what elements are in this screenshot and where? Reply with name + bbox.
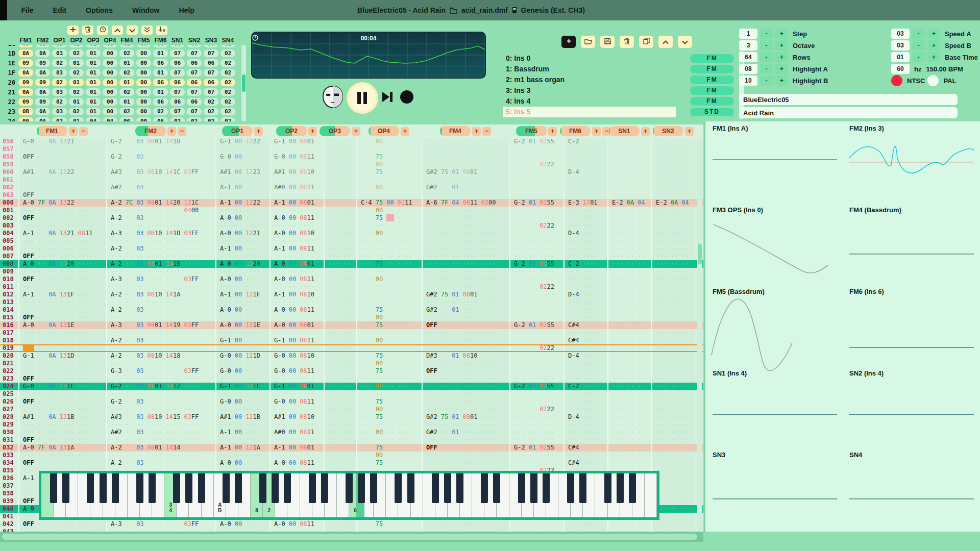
pattern-row[interactable]: 011·····································… [0, 283, 703, 291]
pause-button[interactable] [349, 85, 376, 111]
cell-fm4[interactable]: ··············· [422, 145, 509, 153]
cell-fm6[interactable]: ······· [564, 429, 607, 436]
cell-fm2[interactable]: G-2··030801141B···· [106, 138, 215, 145]
menu-window[interactable]: Window [122, 0, 169, 20]
matrix-cell[interactable]: 03 [51, 49, 68, 57]
cell-op4[interactable]: ···75······ [356, 352, 422, 360]
cell-op3[interactable]: ····· [324, 413, 356, 421]
cell-op3[interactable]: ····· [324, 268, 356, 276]
cell-op2[interactable]: A#1000810 [270, 168, 324, 176]
cell-fm5[interactable]: ········· [509, 314, 564, 321]
cell-fm5[interactable]: ·····0222 [509, 345, 564, 351]
matrix-cell[interactable]: 0A [34, 88, 51, 96]
matrix-cell[interactable]: 00 [102, 69, 118, 77]
cell-fm4[interactable]: ··············· [422, 528, 509, 532]
cell-sn1[interactable]: ······· [607, 237, 651, 245]
cell-fm1[interactable]: ··············· [18, 222, 106, 230]
cell-fm6[interactable]: ······· [564, 452, 607, 459]
channel-mute-button[interactable]: OP4 [369, 126, 399, 136]
cell-op1[interactable]: A-000···· [215, 214, 270, 222]
cell-fm2[interactable]: A#3··030810141503FF [106, 413, 215, 421]
cell-fm5[interactable]: ········· [509, 168, 564, 176]
cell-fm4[interactable]: ··············· [422, 207, 509, 214]
matrix-row[interactable]: 2009090201010001000606060602 [2, 78, 240, 87]
pattern-row[interactable]: 023OFF··································… [0, 375, 703, 383]
cell-sn1[interactable]: ······· [607, 375, 651, 383]
cell-fm5[interactable]: G-2010255 [509, 199, 564, 207]
matrix-cell[interactable]: 07 [169, 49, 186, 57]
pattern-row[interactable]: 000A-07F0A1322····A-27C0308011420121CA-1… [0, 199, 703, 207]
pattern-vscrollbar[interactable] [697, 138, 702, 531]
cell-op3[interactable]: ····· [324, 191, 356, 199]
cell-fm6[interactable]: ······· [564, 528, 607, 532]
channel-add-fx-button[interactable]: + [401, 127, 409, 136]
black-key[interactable] [136, 473, 143, 503]
pattern-row[interactable]: 033·····································… [0, 452, 703, 459]
cell-fm2[interactable]: ··················· [106, 191, 215, 199]
cell-sn2[interactable]: ······· [651, 298, 695, 306]
cell-sn2[interactable]: ······· [651, 329, 695, 337]
cell-sn1[interactable]: ······· [607, 138, 651, 145]
white-key[interactable] [645, 473, 657, 517]
cell-op1[interactable]: ········· [215, 375, 270, 383]
cell-op2[interactable]: A-0000811 [270, 276, 324, 283]
cell-sn1[interactable]: ······· [607, 413, 651, 421]
cell-op1[interactable]: A-100···· [215, 429, 270, 436]
cell-fm2[interactable]: A-2··0308101418···· [106, 352, 215, 360]
cell-fm2[interactable]: G-2··0308011417···· [106, 383, 215, 390]
black-key[interactable] [493, 473, 500, 503]
decrement-button[interactable]: - [760, 40, 773, 51]
cell-sn1[interactable]: ······· [607, 298, 651, 306]
cell-fm4[interactable]: ··············· [422, 260, 509, 268]
chevron-down-button[interactable] [678, 36, 692, 48]
cell-op3[interactable]: ····· [324, 398, 356, 406]
cell-sn1[interactable]: ······· [607, 276, 651, 283]
cell-fm1[interactable]: ··············· [18, 145, 106, 153]
increment-button[interactable]: + [775, 64, 788, 74]
cell-fm5[interactable]: G-2010255 [509, 138, 564, 145]
cell-sn1[interactable]: ······· [607, 168, 651, 176]
matrix-cell[interactable]: 02 [203, 98, 219, 106]
pattern-row[interactable]: 059·····································… [0, 161, 703, 168]
cell-fm2[interactable]: A-2··03············ [106, 245, 215, 253]
cell-op2[interactable]: ········· [270, 237, 324, 245]
cell-fm4[interactable]: A-67F0408110200 [422, 199, 509, 207]
horizontal-scrollbar[interactable] [0, 532, 703, 542]
matrix-cell[interactable]: 0A [17, 69, 34, 77]
cell-fm4[interactable]: ··············· [422, 138, 509, 145]
cell-fm1[interactable]: OFF············ [18, 191, 106, 199]
matrix-cell[interactable]: 06 [152, 98, 169, 106]
cell-op4[interactable]: ··········· [356, 268, 422, 276]
cell-op1[interactable]: ········· [215, 421, 270, 429]
decrement-button[interactable]: - [912, 40, 925, 51]
cell-fm6[interactable]: ······· [564, 360, 607, 367]
matrix-cell[interactable]: 02 [219, 79, 236, 86]
cell-fm6[interactable]: D-4···· [564, 291, 607, 298]
black-key[interactable] [87, 473, 94, 503]
cell-fm4[interactable]: ··············· [422, 214, 509, 222]
clock-button[interactable] [97, 26, 108, 35]
cell-op2[interactable]: A-1000811 [270, 245, 324, 253]
cell-sn1[interactable]: ······· [607, 436, 651, 444]
cell-op1[interactable]: G-100···· [215, 337, 270, 344]
cell-fm6[interactable]: ······· [564, 390, 607, 398]
cell-op1[interactable]: G-1001222 [215, 138, 270, 145]
cell-op2[interactable]: ········· [270, 436, 324, 444]
cell-sn2[interactable]: ······· [651, 528, 695, 532]
matrix-cell[interactable]: 02 [118, 108, 135, 115]
cell-op2[interactable]: ········· [270, 375, 324, 383]
cell-fm1[interactable]: ··············· [18, 306, 106, 314]
cell-sn2[interactable]: ······· [651, 276, 695, 283]
cell-sn1[interactable]: ······· [607, 207, 651, 214]
cell-fm6[interactable]: D-4···· [564, 230, 607, 237]
cell-sn2[interactable]: ······· [651, 153, 695, 161]
cell-op4[interactable]: ···75······ [356, 260, 422, 268]
cell-sn2[interactable]: ······· [651, 222, 695, 230]
cell-sn1[interactable]: ······· [607, 383, 651, 390]
cell-sn2[interactable]: ······· [651, 161, 695, 168]
cell-sn2[interactable]: ······· [651, 260, 695, 268]
pattern-row[interactable]: 027·····································… [0, 406, 703, 413]
cell-sn1[interactable]: ······· [607, 520, 651, 528]
cell-fm2[interactable]: A#3··030810141C03FF [106, 168, 215, 176]
cell-sn2[interactable]: ······· [651, 413, 695, 421]
